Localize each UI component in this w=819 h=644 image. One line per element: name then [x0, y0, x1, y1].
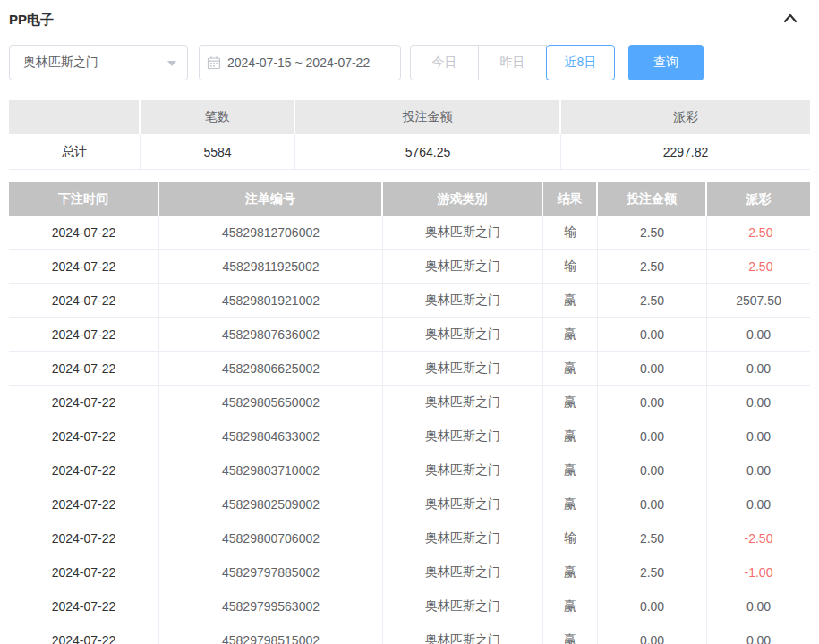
- cell-bet-amount: 0.00: [598, 623, 707, 644]
- cell-game-type: 奥林匹斯之门: [383, 318, 543, 352]
- cell-result: 输: [543, 250, 598, 284]
- header-bet-time: 下注时间: [9, 182, 159, 216]
- cell-bet-amount: 0.00: [598, 589, 707, 623]
- cell-bet-amount: 0.00: [598, 318, 707, 352]
- cell-order-id: 45829797885002: [159, 555, 383, 589]
- cell-order-id: 45829802509002: [159, 487, 383, 521]
- cell-bet-time: 2024-07-22: [9, 453, 159, 487]
- cell-result: 赢: [543, 284, 598, 318]
- cell-bet-time: 2024-07-22: [9, 216, 159, 250]
- cell-payout: 0.00: [707, 589, 810, 623]
- cell-order-id: 45829805650002: [159, 386, 383, 419]
- cell-result: 赢: [543, 555, 598, 589]
- cell-bet-amount: 2.50: [598, 521, 707, 555]
- cell-bet-time: 2024-07-22: [9, 386, 159, 419]
- cell-bet-time: 2024-07-22: [9, 623, 159, 644]
- last-8-days-button[interactable]: 近8日: [546, 45, 615, 80]
- cell-result: 赢: [543, 419, 598, 453]
- date-range-input[interactable]: 2024-07-15 ~ 2024-07-22: [199, 45, 401, 80]
- cell-game-type: 奥林匹斯之门: [383, 453, 543, 487]
- table-row: 2024-07-2245829806625002奥林匹斯之门赢0.000.00: [9, 352, 810, 386]
- cell-payout: -2.50: [707, 216, 810, 250]
- table-row: 2024-07-2245829799563002奥林匹斯之门赢0.000.00: [9, 589, 810, 623]
- cell-payout: 0.00: [707, 487, 810, 521]
- cell-result: 输: [543, 216, 598, 250]
- cell-bet-time: 2024-07-22: [9, 250, 159, 284]
- cell-payout: 0.00: [707, 386, 810, 419]
- summary-header-bet-amount: 投注金额: [295, 100, 561, 134]
- today-button[interactable]: 今日: [410, 45, 479, 80]
- cell-bet-time: 2024-07-22: [9, 589, 159, 623]
- cell-bet-amount: 2.50: [598, 216, 707, 250]
- header-result: 结果: [543, 182, 598, 216]
- cell-result: 赢: [543, 623, 598, 644]
- summary-total-count: 5584: [141, 134, 295, 170]
- table-row: 2024-07-2245829800706002奥林匹斯之门输2.50-2.50: [9, 521, 810, 555]
- cell-game-type: 奥林匹斯之门: [383, 419, 543, 453]
- cell-payout: -1.00: [707, 555, 810, 589]
- cell-bet-time: 2024-07-22: [9, 318, 159, 352]
- cell-payout: 0.00: [707, 453, 810, 487]
- summary-header-blank: [9, 100, 141, 134]
- cell-result: 赢: [543, 453, 598, 487]
- cell-order-id: 45829803710002: [159, 453, 383, 487]
- cell-bet-time: 2024-07-22: [9, 487, 159, 521]
- cell-game-type: 奥林匹斯之门: [383, 386, 543, 419]
- collapse-button[interactable]: [781, 12, 799, 28]
- cell-bet-time: 2024-07-22: [9, 352, 159, 386]
- summary-table: 笔数 投注金额 派彩 总计 5584 5764.25 2297.82: [9, 100, 810, 170]
- yesterday-button[interactable]: 昨日: [478, 45, 547, 80]
- cell-bet-amount: 0.00: [598, 487, 707, 521]
- header-game-type: 游戏类别: [383, 182, 543, 216]
- cell-payout: 0.00: [707, 419, 810, 453]
- table-row: 2024-07-2245829805650002奥林匹斯之门赢0.000.00: [9, 386, 810, 419]
- summary-header-payout: 派彩: [561, 100, 810, 134]
- table-row: 2024-07-2245829807636002奥林匹斯之门赢0.000.00: [9, 318, 810, 352]
- cell-order-id: 45829806625002: [159, 352, 383, 386]
- cell-order-id: 45829807636002: [159, 318, 383, 352]
- cell-bet-time: 2024-07-22: [9, 419, 159, 453]
- cell-game-type: 奥林匹斯之门: [383, 623, 543, 644]
- cell-order-id: 45829804633002: [159, 419, 383, 453]
- cell-result: 赢: [543, 318, 598, 352]
- titlebar: PP电子: [9, 0, 810, 29]
- summary-total-bet-amount: 5764.25: [295, 134, 561, 170]
- cell-bet-time: 2024-07-22: [9, 555, 159, 589]
- query-button[interactable]: 查询: [628, 45, 704, 80]
- cell-order-id: 45829798515002: [159, 623, 383, 644]
- cell-bet-amount: 2.50: [598, 555, 707, 589]
- cell-order-id: 45829811925002: [159, 250, 383, 284]
- bet-table-body: 2024-07-2245829812706002奥林匹斯之门输2.50-2.50…: [9, 216, 810, 644]
- page: PP电子 奥林匹斯之门: [0, 0, 819, 644]
- cell-payout: -2.50: [707, 521, 810, 555]
- header-order-id: 注单编号: [159, 182, 383, 216]
- table-row: 2024-07-2245829801921002奥林匹斯之门赢2.502507.…: [9, 284, 810, 318]
- calendar-icon: [207, 55, 221, 70]
- cell-game-type: 奥林匹斯之门: [383, 589, 543, 623]
- bet-table-header: 下注时间 注单编号 游戏类别 结果 投注金额 派彩: [9, 182, 810, 216]
- game-select[interactable]: 奥林匹斯之门: [9, 45, 188, 80]
- summary-total-row: 总计 5584 5764.25 2297.82: [9, 134, 810, 170]
- cell-order-id: 45829799563002: [159, 589, 383, 623]
- table-row: 2024-07-2245829797885002奥林匹斯之门赢2.50-1.00: [9, 555, 810, 589]
- quick-filter-group: 今日 昨日 近8日: [410, 45, 615, 80]
- cell-result: 输: [543, 521, 598, 555]
- cell-bet-amount: 0.00: [598, 453, 707, 487]
- header-payout: 派彩: [707, 182, 810, 216]
- summary-header-count: 笔数: [141, 100, 295, 134]
- cell-bet-amount: 0.00: [598, 386, 707, 419]
- filter-controls: 奥林匹斯之门 2024-07-15 ~ 2024-07-22 今日 昨日 近8日…: [9, 45, 810, 80]
- table-row: 2024-07-2245829803710002奥林匹斯之门赢0.000.00: [9, 453, 810, 487]
- chevron-up-icon: [781, 12, 799, 28]
- cell-order-id: 45829800706002: [159, 521, 383, 555]
- section-title: PP电子: [9, 12, 54, 29]
- date-range-value: 2024-07-15 ~ 2024-07-22: [227, 55, 370, 70]
- cell-result: 赢: [543, 487, 598, 521]
- table-row: 2024-07-2245829811925002奥林匹斯之门输2.50-2.50: [9, 250, 810, 284]
- bet-table: 下注时间 注单编号 游戏类别 结果 投注金额 派彩 2024-07-224582…: [9, 182, 810, 644]
- cell-game-type: 奥林匹斯之门: [383, 521, 543, 555]
- table-row: 2024-07-2245829802509002奥林匹斯之门赢0.000.00: [9, 487, 810, 521]
- cell-payout: 0.00: [707, 623, 810, 644]
- cell-order-id: 45829812706002: [159, 216, 383, 250]
- cell-bet-amount: 2.50: [598, 284, 707, 318]
